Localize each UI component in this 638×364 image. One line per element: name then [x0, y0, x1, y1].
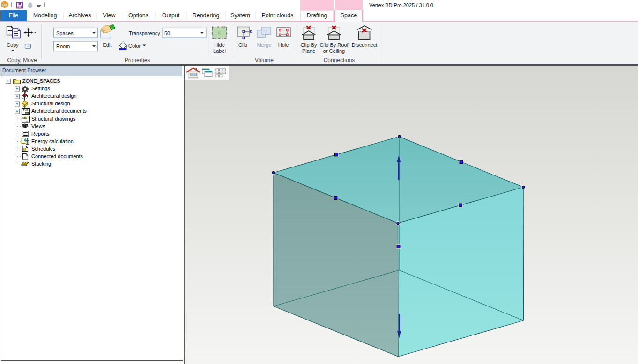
- svg-text:BD: BD: [2, 3, 7, 7]
- svg-text:Hole: Hole: [278, 42, 289, 48]
- svg-text:Copy: Copy: [7, 42, 19, 48]
- svg-text:Color: Color: [128, 43, 141, 49]
- svg-text:or Ceiling: or Ceiling: [323, 48, 345, 54]
- svg-text:Label: Label: [213, 48, 226, 54]
- svg-text:Hide: Hide: [214, 42, 225, 48]
- svg-text:50: 50: [164, 30, 170, 36]
- svg-text:Clip: Clip: [238, 42, 247, 48]
- svg-text:Clip By: Clip By: [301, 42, 317, 48]
- svg-text:Merge: Merge: [257, 42, 271, 48]
- svg-text:z: z: [27, 138, 29, 141]
- svg-text:Clip By Roof: Clip By Roof: [319, 42, 349, 48]
- svg-text:Disconnect: Disconnect: [352, 42, 377, 48]
- svg-text:K: K: [218, 30, 222, 36]
- svg-text:Room: Room: [56, 44, 70, 49]
- svg-text:Edit: Edit: [103, 42, 112, 48]
- svg-text:Spaces: Spaces: [56, 30, 74, 36]
- svg-text:Plane: Plane: [302, 48, 315, 54]
- svg-text:Transparency: Transparency: [129, 30, 160, 36]
